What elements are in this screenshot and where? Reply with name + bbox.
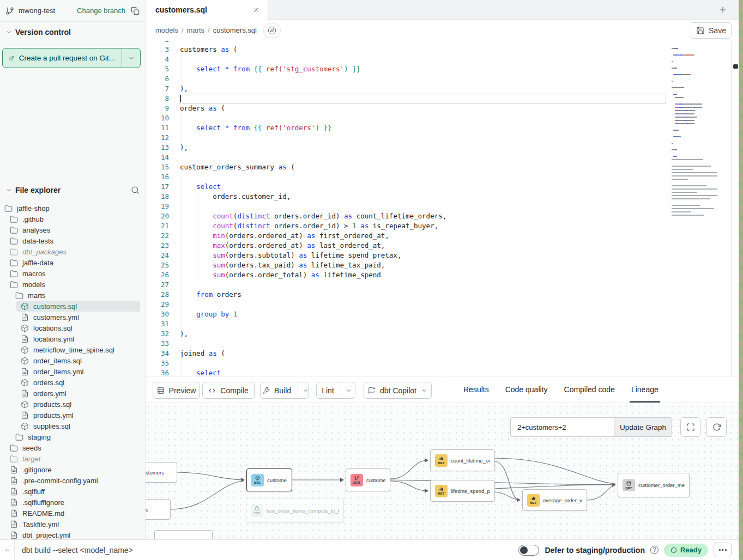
tree-item-data-tests[interactable]: data-tests	[5, 235, 140, 246]
tree-item-readme-md[interactable]: README.md	[5, 508, 140, 519]
refresh-button[interactable]	[706, 417, 727, 437]
tree-item-jaffle-shop[interactable]: jaffle-shop	[0, 203, 140, 214]
tree-item-seeds[interactable]: seeds	[5, 442, 140, 453]
code-line-16[interactable]: 16	[146, 172, 731, 182]
change-branch-link[interactable]: Change branch	[77, 7, 125, 15]
compile-button[interactable]: Compile	[202, 382, 255, 399]
tree-item-locations-sql[interactable]: locations.sql	[16, 322, 140, 333]
more-options-button[interactable]	[714, 543, 732, 557]
code-line-7[interactable]: 7),	[146, 84, 731, 94]
code-line-36[interactable]: 36 select	[146, 368, 731, 376]
code-line-29[interactable]: 29	[146, 300, 731, 309]
tab-lineage[interactable]: Lineage	[623, 376, 667, 403]
file-explorer-header[interactable]: File explorer	[0, 180, 145, 198]
preview-button[interactable]: Preview	[153, 382, 200, 399]
tree-item-order-items-sql[interactable]: order_items.sql	[16, 355, 140, 366]
lint-dropdown[interactable]	[341, 382, 357, 398]
tree-item-dbt-project-yml[interactable]: dbt_project.yml	[5, 529, 140, 539]
create-pr-dropdown[interactable]	[122, 48, 140, 68]
breadcrumb-models[interactable]: models	[155, 26, 178, 34]
code-line-27[interactable]: 27	[146, 280, 731, 290]
tab-compiled-code[interactable]: Compiled code	[556, 376, 623, 403]
code-line-22[interactable]: 22 min(orders.ordered_at) as first_order…	[146, 231, 731, 241]
code-line-28[interactable]: 28 from orders	[146, 290, 731, 300]
tree-item-taskfile-yml[interactable]: Taskfile.yml	[5, 519, 140, 529]
build-dropdown[interactable]	[298, 382, 313, 398]
code-line-23[interactable]: 23 max(orders.ordered_at) as last_ordere…	[146, 241, 731, 251]
tree-item-customers-sql[interactable]: customers.sql	[16, 301, 140, 312]
code-line-9[interactable]: 9orders as (	[146, 104, 731, 113]
copy-icon[interactable]	[131, 7, 140, 15]
lineage-pane[interactable]: stg_customersordersMDLcustomersTSTtest_o…	[146, 403, 739, 539]
code-line-19[interactable]: 19	[146, 202, 731, 211]
code-line-21[interactable]: 21 count(distinct orders.order_id) > 1 a…	[146, 221, 731, 231]
tree-item-macros[interactable]: macros	[5, 268, 140, 279]
code-line-15[interactable]: 15customer_orders_summary as (	[146, 162, 731, 172]
tree-item--sqlfluffignore[interactable]: .sqlfluffignore	[5, 497, 140, 508]
code-line-11[interactable]: 11 select * from {{ ref('orders') }}	[146, 123, 731, 133]
code-line-17[interactable]: 17 select	[146, 182, 731, 192]
code-line-26[interactable]: 26 sum(orders.order_total) as lifetime_s…	[146, 270, 731, 280]
code-line-3[interactable]: 3customers as (	[146, 45, 731, 54]
lineage-node-customer-order-metrics[interactable]: QRYcustomer_order_metrics	[618, 473, 690, 497]
code-line-5[interactable]: 5 select * from {{ ref('stg_customers') …	[146, 64, 731, 74]
defer-toggle[interactable]	[518, 545, 539, 556]
tree-item-staging[interactable]: staging	[11, 431, 140, 442]
code-line-35[interactable]: 35	[146, 358, 731, 368]
tree-item-jaffle-data[interactable]: jaffle-data	[5, 257, 140, 268]
code-line-30[interactable]: 30 group by 1	[146, 309, 731, 319]
breadcrumb-file[interactable]: customers.sql	[213, 26, 257, 34]
tab-code-quality[interactable]: Code quality	[497, 376, 556, 403]
lineage-node-stg-customers[interactable]: stg_customers	[146, 462, 177, 483]
tree-item-metricflow-time-spine-sql[interactable]: metricflow_time_spine.sql	[16, 344, 140, 355]
tree-item-orders-sql[interactable]: orders.sql	[16, 377, 140, 388]
minimap[interactable]	[672, 45, 717, 218]
code-line-12[interactable]: 12	[146, 133, 731, 143]
copilot-compass-button[interactable]	[263, 23, 281, 38]
lineage-node-orders[interactable]: orders	[146, 499, 171, 520]
update-graph-button[interactable]: Update Graph	[614, 417, 672, 437]
tree-item-marts[interactable]: marts	[11, 290, 140, 301]
code-line-34[interactable]: 34joined as (	[146, 349, 731, 358]
tab-results[interactable]: Results	[455, 376, 497, 403]
tree-item--pre-commit-config-yaml[interactable]: .pre-commit-config.yaml	[5, 475, 140, 486]
code-line-31[interactable]: 31	[146, 319, 731, 329]
tab-customers-sql[interactable]: customers.sql	[146, 0, 268, 20]
code-line-14[interactable]: 14	[146, 153, 731, 162]
build-button[interactable]: Build	[256, 382, 298, 398]
tree-item-locations-yml[interactable]: locations.yml	[16, 333, 140, 344]
scrollbar-thumb[interactable]	[733, 64, 738, 69]
help-icon[interactable]: ?	[650, 546, 659, 554]
new-tab-button[interactable]	[714, 3, 732, 16]
version-control-header[interactable]: Version control	[0, 23, 145, 41]
tree-item-target[interactable]: target	[5, 453, 140, 464]
code-line-24[interactable]: 24 sum(orders.subtotal) as lifetime_spen…	[146, 251, 731, 260]
code-line-25[interactable]: 25 sum(orders.tax_paid) as lifetime_tax_…	[146, 260, 731, 270]
lint-button[interactable]: Lint	[315, 382, 341, 398]
code-line-4[interactable]: 4	[146, 54, 731, 64]
code-line-33[interactable]: 33	[146, 339, 731, 349]
lineage-node-test-order-items-compute-to-bools-[interactable]: TSTtest_order_items_compute_to_bools...	[246, 498, 344, 523]
code-line-8[interactable]: 8	[146, 94, 731, 104]
code-line-18[interactable]: 18 orders.customer_id,	[146, 192, 731, 202]
tree-item-dbt-packages[interactable]: dbt_packages	[5, 246, 140, 257]
code-line-20[interactable]: 20 count(distinct orders.order_id) as co…	[146, 211, 731, 221]
lineage-node-average-order-value[interactable]: METaverage_order_value	[522, 489, 587, 511]
lineage-node-lifetime-spend-pretax[interactable]: METlifetime_spend_pretax	[430, 480, 495, 502]
code-line-10[interactable]: 10	[146, 113, 731, 123]
search-icon[interactable]	[131, 186, 140, 194]
tree-item--gitignore[interactable]: .gitignore	[5, 464, 140, 475]
collapse-panel-button[interactable]	[0, 540, 15, 560]
tree-item-order-items-yml[interactable]: order_items.yml	[16, 366, 140, 377]
tree-item-products-sql[interactable]: products.sql	[16, 399, 140, 410]
code-line-13[interactable]: 13),	[146, 143, 731, 153]
close-icon[interactable]	[252, 6, 260, 14]
tree-item--github[interactable]: .github	[5, 214, 140, 224]
tree-item-analyses[interactable]: analyses	[5, 224, 140, 235]
tree-item-orders-yml[interactable]: orders.yml	[16, 388, 140, 399]
code-line-32[interactable]: 32),	[146, 329, 731, 339]
lineage-selector-input[interactable]	[510, 417, 614, 437]
breadcrumb-marts[interactable]: marts	[187, 26, 205, 34]
save-button[interactable]: Save	[691, 22, 732, 39]
command-input[interactable]: dbt build --select <model_name>	[22, 546, 133, 555]
